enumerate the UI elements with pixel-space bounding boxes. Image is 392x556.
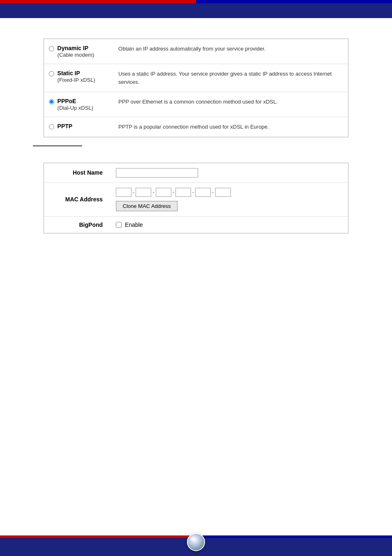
host-name-input[interactable] — [116, 168, 198, 178]
mac-address-value-cell: - - - - - Clone MAC Ad — [109, 182, 348, 216]
label-sub-dynamic-ip: (Cable modem) — [58, 52, 95, 58]
globe-icon — [187, 533, 205, 551]
bigpond-checkbox[interactable] — [116, 222, 122, 228]
connection-type-table: Dynamic IP(Cable modem)Obtain an IP addr… — [44, 39, 349, 137]
label-main-static-ip: Static IP — [58, 70, 95, 76]
radio-cell-pppoe: PPPoE(Dial-Up xDSL) — [44, 92, 113, 117]
connection-row-dynamic-ip: Dynamic IP(Cable modem)Obtain an IP addr… — [44, 39, 348, 64]
mac-sep-4: - — [192, 189, 194, 195]
mac-sep-5: - — [212, 189, 214, 195]
radio-row-dynamic-ip: Dynamic IP(Cable modem) — [49, 45, 109, 58]
host-name-row: Host Name — [44, 163, 348, 182]
mac-address-label: MAC Address — [44, 182, 109, 216]
desc-dynamic-ip: Obtain an IP address automatically from … — [113, 39, 348, 64]
mac-address-container: - - - - - Clone MAC Ad — [116, 188, 341, 211]
radio-row-static-ip: Static IP(Fixed-IP xDSL) — [49, 70, 109, 83]
radio-cell-static-ip: Static IP(Fixed-IP xDSL) — [44, 64, 113, 92]
mac-field-6[interactable] — [215, 188, 231, 197]
radio-dynamic-ip[interactable] — [49, 46, 54, 51]
desc-static-ip: Uses a static IP address. Your service p… — [113, 64, 348, 92]
connection-row-pppoe: PPPoE(Dial-Up xDSL)PPP over Ethernet is … — [44, 92, 348, 117]
mac-address-row: MAC Address - - - - — [44, 182, 348, 216]
mac-field-2[interactable] — [136, 188, 151, 197]
label-main-dynamic-ip: Dynamic IP — [58, 45, 95, 51]
desc-pppoe: PPP over Ethernet is a common connection… — [113, 92, 348, 117]
bottom-bar — [0, 538, 392, 556]
radio-pptp[interactable] — [49, 124, 54, 129]
radio-static-ip[interactable] — [49, 71, 54, 76]
bigpond-value-cell: Enable — [109, 216, 348, 233]
host-name-label: Host Name — [44, 163, 109, 182]
label-static-ip: Static IP(Fixed-IP xDSL) — [58, 70, 95, 83]
label-pptp: PPTP — [58, 123, 73, 129]
section-divider — [33, 145, 82, 146]
radio-row-pppoe: PPPoE(Dial-Up xDSL) — [49, 98, 109, 111]
mac-sep-2: - — [152, 189, 154, 195]
label-dynamic-ip: Dynamic IP(Cable modem) — [58, 45, 95, 58]
radio-cell-pptp: PPTP — [44, 117, 113, 137]
settings-section: Host Name MAC Address - — [44, 163, 349, 233]
connection-row-pptp: PPTPPPTP is a popular connection method … — [44, 117, 348, 137]
bigpond-enable-label: Enable — [125, 221, 143, 228]
host-name-value-cell — [109, 163, 348, 182]
desc-pptp: PPTP is a popular connection method used… — [113, 117, 348, 137]
radio-cell-dynamic-ip: Dynamic IP(Cable modem) — [44, 39, 113, 64]
globe-inner — [188, 534, 204, 550]
label-sub-pppoe: (Dial-Up xDSL) — [58, 105, 93, 111]
label-pppoe: PPPoE(Dial-Up xDSL) — [58, 98, 93, 111]
bigpond-label: BigPond — [44, 216, 109, 233]
mac-field-4[interactable] — [175, 188, 191, 197]
mac-sep-3: - — [172, 189, 175, 195]
mac-sep-1: - — [132, 189, 135, 195]
header-bar — [0, 3, 392, 18]
label-sub-static-ip: (Fixed-IP xDSL) — [58, 77, 95, 83]
mac-fields-row: - - - - - — [116, 188, 341, 197]
settings-table: Host Name MAC Address - — [44, 163, 349, 233]
label-main-pptp: PPTP — [58, 123, 73, 129]
mac-field-1[interactable] — [116, 188, 131, 197]
bigpond-enable-container: Enable — [116, 221, 341, 228]
radio-row-pptp: PPTP — [49, 123, 109, 129]
label-main-pppoe: PPPoE — [58, 98, 93, 104]
top-color-bar — [0, 0, 392, 3]
bottom-spacer — [16, 250, 376, 283]
radio-pppoe[interactable] — [49, 99, 54, 104]
main-content: Dynamic IP(Cable modem)Obtain an IP addr… — [0, 18, 392, 295]
connection-row-static-ip: Static IP(Fixed-IP xDSL)Uses a static IP… — [44, 64, 348, 92]
bigpond-row: BigPond Enable — [44, 216, 348, 233]
clone-mac-button[interactable]: Clone MAC Address — [116, 201, 178, 211]
mac-field-5[interactable] — [195, 188, 211, 197]
mac-field-3[interactable] — [156, 188, 171, 197]
